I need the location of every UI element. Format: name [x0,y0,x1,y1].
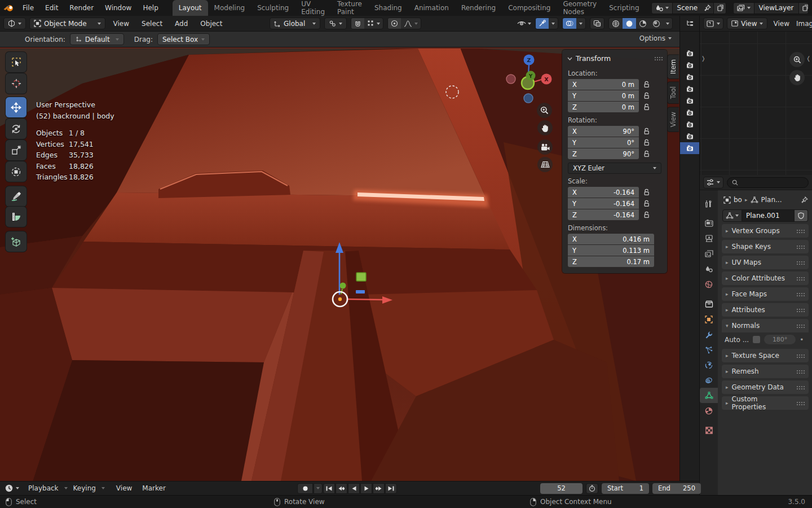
axis-x-negative[interactable] [506,75,515,84]
menu-edit[interactable]: Edit [40,2,63,14]
breadcrumb-data-name[interactable]: Plan... [761,196,782,204]
image-zoom-button[interactable] [789,52,805,67]
lock-rotation-z-icon[interactable] [643,150,650,157]
panel-vertex-groups[interactable]: ▸Vertex Groups [722,224,809,238]
image-menu-image[interactable]: Image [795,20,812,28]
workspace-tab-animation[interactable]: Animation [408,0,455,16]
editor-type-button[interactable] [3,17,26,29]
dimensions-y-field[interactable]: Y0.113 m [568,245,654,256]
workspace-tab-scripting[interactable]: Scripting [603,0,645,16]
lock-scale-y-icon[interactable] [643,200,650,207]
mode-selector[interactable]: Object Mode [29,17,105,29]
pan-gizmo-button[interactable] [537,120,553,135]
viewlayer-name[interactable]: ViewLayer [754,4,798,12]
workspace-tab-geometry-nodes[interactable]: Geometry Nodes [557,0,603,16]
scale-x-field[interactable]: X-0.164 [568,187,639,198]
shading-wireframe-button[interactable] [609,18,623,29]
workspace-tab-compositing[interactable]: Compositing [502,0,557,16]
viewlayer-browse-button[interactable] [734,3,754,14]
auto-smooth-angle-field[interactable]: 180° [764,335,796,344]
timeline-menu-view[interactable]: View [112,484,136,492]
drag-dropdown[interactable]: Select Box [157,33,210,45]
tool-move[interactable] [6,97,27,117]
fake-user-button[interactable] [795,209,808,222]
animate-property-dot[interactable]: • [800,336,804,344]
tool-select-box[interactable] [6,52,27,72]
panel-face-maps[interactable]: ▸Face Maps [722,287,809,301]
properties-tab-material[interactable] [700,403,718,418]
proportional-edit-toggle[interactable] [388,18,401,29]
mesh-browse-button[interactable] [722,209,742,222]
tool-annotate[interactable] [6,186,27,207]
outliner-camera-item[interactable] [680,59,700,71]
lock-location-z-icon[interactable] [643,103,650,111]
panel-grip[interactable] [796,245,805,249]
panel-shape-keys[interactable]: ▸Shape Keys [722,240,809,253]
rotation-z-field[interactable]: Z90° [568,148,639,159]
image-editor-type-button[interactable] [703,17,723,29]
auto-keying-toggle[interactable] [297,483,313,494]
transform-orientation-dropdown[interactable]: Global [270,17,320,29]
panel-grip[interactable] [796,370,805,374]
pin-icon[interactable] [801,196,808,203]
outliner-camera-item[interactable] [680,71,700,83]
current-frame-field[interactable]: 52 [540,483,582,494]
panel-custom-properties[interactable]: ▸Custom Properties [722,396,809,410]
blender-logo-icon[interactable] [3,4,14,12]
sidebar-tab-tool[interactable]: Tool [667,81,679,104]
jump-to-end-button[interactable] [385,483,397,494]
orientation-dropdown[interactable]: Default [70,33,124,45]
frame-start-field[interactable]: Start1 [602,483,649,494]
workspace-tab-texture-paint[interactable]: Texture Paint [331,0,368,16]
outliner-camera-item[interactable] [680,119,700,130]
timeline-menu-playback[interactable]: Playback [24,484,63,492]
gizmo-dropdown[interactable] [549,18,558,29]
scale-y-field[interactable]: Y-0.164 [568,198,639,209]
panel-grip[interactable] [796,324,805,328]
lock-rotation-y-icon[interactable] [643,139,650,146]
lock-rotation-x-icon[interactable] [643,128,650,135]
rotation-y-field[interactable]: Y0° [568,137,639,148]
jump-to-start-button[interactable] [323,483,335,494]
tool-scale[interactable] [6,140,27,160]
properties-tab-collection[interactable] [700,296,718,312]
menu-file[interactable]: File [17,2,39,14]
panel-grip[interactable] [796,261,805,265]
viewlayer-new-button[interactable] [798,3,809,14]
dimensions-x-field[interactable]: X0.416 m [568,234,654,244]
panel-remesh[interactable]: ▸Remesh [722,365,809,378]
panel-grip[interactable] [796,277,805,281]
properties-tab-scene[interactable] [700,261,718,277]
image-pan-button[interactable] [789,70,805,85]
properties-tab-object[interactable] [700,312,718,327]
show-overlays-toggle[interactable] [563,18,576,29]
panel-grip[interactable] [796,308,805,312]
tool-transform[interactable] [6,161,27,182]
sidebar-tab-view[interactable]: View [667,107,679,132]
transform-panel-header[interactable]: Transform [562,52,667,66]
outliner-editor-button[interactable] [680,16,699,32]
properties-tab-viewlayer[interactable] [700,246,718,261]
play-button[interactable] [360,483,372,494]
show-gizmo-toggle[interactable] [536,18,549,29]
properties-editor-type-button[interactable] [703,177,723,189]
dimensions-z-field[interactable]: Z0.17 m [568,256,654,267]
overlays-dropdown[interactable] [576,18,585,29]
panel-color-attributes[interactable]: ▸Color Attributes [722,271,809,285]
properties-tab-world[interactable] [700,277,718,292]
panel-grip[interactable] [796,386,805,389]
timeline-menu-keying[interactable]: Keying [69,484,100,492]
image-view-dropdown[interactable]: View [727,17,767,29]
jump-to-next-keyframe-button[interactable] [373,483,385,494]
region-collapse-icon[interactable]: ❬ [806,55,811,62]
panel-uv-maps[interactable]: ▸UV Maps [722,256,809,269]
pivot-point-dropdown[interactable] [324,17,347,29]
properties-tab-constraints[interactable] [700,373,718,388]
properties-tab-object-data[interactable] [700,388,718,403]
properties-search-field[interactable] [727,177,809,188]
panel-grip[interactable] [796,292,805,296]
workspace-tab-sculpting[interactable]: Sculpting [251,0,295,16]
datablock-name-field[interactable]: Plane.001 [742,209,795,222]
tool-add-cube[interactable] [6,231,27,252]
shading-solid-button[interactable] [623,18,636,29]
